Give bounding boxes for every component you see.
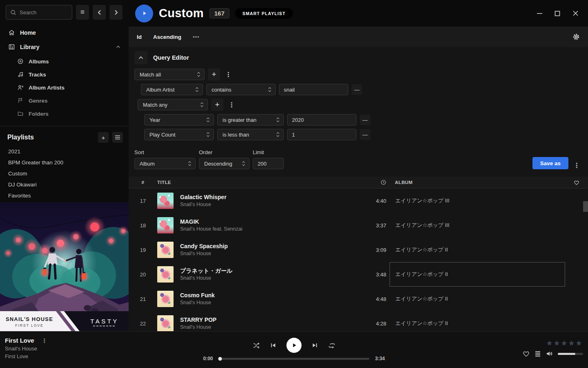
sort-order-button[interactable]: Ascending [153,34,181,40]
sidebar-item-folders[interactable]: Folders [0,107,129,120]
star-icon[interactable] [568,340,575,346]
scrollbar-thumb[interactable] [583,201,588,212]
sidebar-item-album-artists[interactable]: Album Artists [0,81,129,94]
column-duration[interactable] [357,180,390,185]
remove-rule-button[interactable]: — [360,114,370,125]
rule-field-select[interactable]: Album Artist [141,84,203,95]
sidebar-item-home[interactable]: Home [0,25,129,40]
maximize-button[interactable] [554,10,561,17]
volume-slider[interactable] [558,353,583,355]
rule-operator-select[interactable]: is less than [217,129,284,140]
track-album[interactable]: エイリアン☆ポップ III [390,188,565,213]
star-icon[interactable] [546,340,552,346]
volume-button[interactable] [546,350,553,357]
track-row[interactable]: 22 STARRY POPSnail's House 4:28 エイリアン☆ポッ… [129,311,588,331]
group-options-button[interactable]: ⋮ [223,71,233,79]
match-type-select[interactable]: Match all [134,69,205,80]
track-artist[interactable]: Snail's House [180,275,357,282]
track-title[interactable]: Cosmo Funk [180,291,357,299]
previous-button[interactable] [270,342,276,348]
play-playlist-button[interactable] [135,4,153,22]
column-title[interactable]: TITLE [157,180,357,185]
playlist-item[interactable]: Custom [0,168,129,179]
save-as-button[interactable]: Save as [532,157,568,169]
now-playing-album[interactable]: First Love [5,353,49,359]
track-row[interactable]: 19 Candy SpaceshipSnail's House 3:09 エイリ… [129,238,588,262]
close-button[interactable] [572,10,579,17]
star-icon[interactable] [561,340,567,346]
star-icon[interactable] [554,340,560,346]
shuffle-button[interactable] [253,342,260,349]
track-row[interactable]: 17 Galactic WhisperSnail's House 4:40 エイ… [129,188,588,213]
playlist-item[interactable]: DJ Okawari [0,179,129,190]
track-album-focused-cell[interactable]: エイリアン☆ポップ II [390,262,565,287]
collapse-query-editor-button[interactable] [134,51,147,64]
sidebar-item-tracks[interactable]: Tracks [0,68,129,81]
play-pause-button[interactable] [287,338,302,353]
track-row[interactable]: 18 MAGIKSnail's House feat. Sennzai 3:37… [129,213,588,238]
track-artist[interactable]: Snail's House [180,250,357,258]
search-input[interactable] [20,9,65,16]
track-title[interactable]: STARRY POP [180,316,357,324]
back-button[interactable] [93,5,106,20]
track-title[interactable]: Galactic Whisper [180,193,357,201]
sidebar-item-genres[interactable]: Genres [0,94,129,107]
rule-value-input[interactable] [287,114,356,126]
star-icon[interactable] [576,340,582,346]
track-album[interactable]: エイリアン☆ポップ II [390,311,565,331]
track-artist[interactable]: Snail's House [180,324,357,331]
track-album[interactable]: エイリアン☆ポップ II [390,238,565,262]
track-artist[interactable]: Snail's House feat. Sennzai [180,226,357,233]
group-match-type-select[interactable]: Match any [138,99,208,110]
add-rule-button[interactable]: + [208,68,220,81]
playlist-item[interactable]: Favorites [0,190,129,201]
column-favorite[interactable] [565,180,588,185]
settings-button[interactable] [572,33,580,40]
now-playing-title[interactable]: First Love [5,337,34,344]
sidebar-item-albums[interactable]: Albums [0,55,129,68]
favorite-button[interactable] [523,350,530,357]
rule-field-select[interactable]: Year [144,114,214,126]
track-artist[interactable]: Snail's House [180,299,357,307]
sidebar-item-library[interactable]: Library [0,40,129,54]
search-box[interactable] [6,5,72,20]
rule-operator-select[interactable]: contains [206,84,276,95]
track-row[interactable]: 21 Cosmo FunkSnail's House 4:48 エイリアン☆ポッ… [129,287,588,311]
track-row[interactable]: 20 プラネット・ガールSnail's House 3:48 エイリアン☆ポップ… [129,262,588,287]
rule-field-select[interactable]: Play Count [144,129,214,140]
seek-slider[interactable] [219,358,370,360]
now-playing-album-art[interactable]: SNAIL'S HOUSE FIRST LOVE TASTY [0,202,129,331]
chevron-up-icon[interactable] [116,45,120,48]
playlist-item[interactable]: BPM Greater than 200 [0,157,129,168]
save-options-button[interactable]: ⋮ [572,162,581,169]
column-index[interactable]: # [129,180,157,185]
order-select[interactable]: Descending [199,158,249,169]
remove-rule-button[interactable]: — [360,129,370,140]
playlist-item[interactable]: 2021 [0,146,129,157]
rule-operator-select[interactable]: is greater than [217,114,284,126]
track-title[interactable]: Candy Spaceship [180,242,357,250]
rule-value-input[interactable] [287,129,356,140]
track-title[interactable]: MAGIK [180,218,357,226]
menu-button[interactable]: ≡ [76,5,89,20]
forward-button[interactable] [109,5,122,20]
group-options-button[interactable]: ⋮ [227,101,236,109]
sort-select[interactable]: Album [134,158,196,169]
playlist-list-view-button[interactable] [112,132,123,143]
limit-input[interactable] [253,158,284,169]
track-album[interactable]: エイリアン☆ポップ II [390,287,565,311]
minimize-button[interactable] [536,10,543,17]
more-options-button[interactable]: ••• [193,34,200,40]
remove-rule-button[interactable]: — [352,84,362,95]
now-playing-artist[interactable]: Snail's House [5,346,49,352]
repeat-button[interactable] [328,342,336,349]
track-artist[interactable]: Snail's House [180,201,357,209]
seek-knob[interactable] [218,357,222,361]
track-title[interactable]: プラネット・ガール [180,267,357,275]
sort-field-button[interactable]: Id [137,34,142,40]
next-button[interactable] [312,342,318,348]
rule-value-input[interactable] [279,84,348,95]
add-rule-button[interactable]: + [211,99,223,111]
now-playing-options-button[interactable]: ⋮ [40,337,49,344]
add-playlist-button[interactable]: + [98,132,109,143]
